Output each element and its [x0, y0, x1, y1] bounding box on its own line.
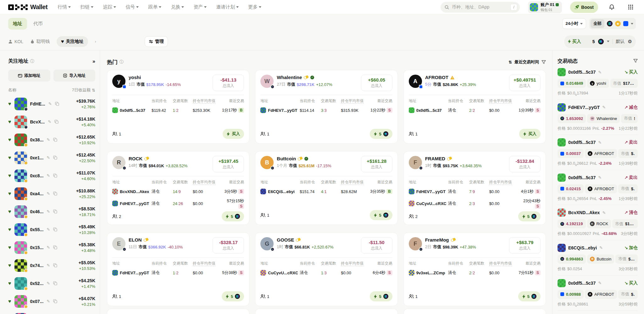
- favorite-heart-icon[interactable]: ♥: [8, 191, 11, 197]
- boost-button[interactable]: Boost: [570, 2, 598, 13]
- holder-address[interactable]: FdHEV7...yyGT: [112, 270, 150, 276]
- address-name[interactable]: 0x38...: [30, 137, 44, 142]
- copy-icon[interactable]: [53, 263, 57, 267]
- holder-address[interactable]: BcvXND...Akex: [112, 189, 150, 194]
- edit-pencil-icon[interactable]: ✎: [47, 263, 50, 268]
- trader-address[interactable]: BcvXND...Akex: [568, 210, 600, 215]
- edit-pencil-icon[interactable]: ✎: [47, 209, 50, 214]
- solana-coin-icon[interactable]: [598, 39, 604, 44]
- token-chip[interactable]: B Buttcoin: [587, 254, 614, 264]
- watchlist-row[interactable]: ♥ 0x46... ✎ +$8.53K +18.71%: [8, 203, 95, 220]
- address-name[interactable]: 0x07...: [30, 299, 44, 304]
- base-chain-icon[interactable]: [623, 21, 628, 26]
- favorite-heart-icon[interactable]: ♥: [8, 173, 11, 179]
- bnb-chain-icon[interactable]: ◆: [615, 21, 621, 26]
- copy-icon[interactable]: [53, 191, 57, 196]
- edit-pencil-icon[interactable]: ✎: [598, 281, 602, 285]
- holder-address[interactable]: E6CQiS...ebyi: [260, 189, 298, 194]
- card-buy-button[interactable]: 5: [370, 210, 392, 220]
- nav-item[interactable]: 资产: [193, 4, 207, 10]
- copy-icon[interactable]: [53, 209, 57, 214]
- info-icon[interactable]: ⓘ: [119, 59, 124, 65]
- trader-address[interactable]: 0x0df5...5c37: [568, 281, 596, 286]
- chevron-down-icon[interactable]: [607, 41, 609, 42]
- edit-pencil-icon[interactable]: ✎: [47, 173, 50, 178]
- chevron-down-icon[interactable]: [631, 23, 633, 25]
- tab-address[interactable]: 地址: [8, 18, 27, 30]
- nav-item[interactable]: 邀请计划: [216, 4, 239, 10]
- address-name[interactable]: 0x74...: [30, 263, 44, 268]
- token-card[interactable]: B Buttcoin ✓ 1个月: [255, 151, 397, 225]
- card-buy-button[interactable]: 5: [518, 211, 541, 221]
- address-name[interactable]: FdHE...: [30, 101, 45, 106]
- token-name[interactable]: Whalentine: [277, 75, 302, 80]
- address-name[interactable]: 0xc8...: [30, 173, 44, 178]
- watchlist-row[interactable]: ♥ 0xe1... ✎ +$12.45K +22.50%: [8, 149, 95, 167]
- quick-buy-amount[interactable]: 5: [592, 39, 595, 44]
- holder-address[interactable]: CuCyvU...cRXC: [409, 201, 446, 206]
- holder-address[interactable]: 0x0df5...5c37: [409, 107, 446, 113]
- token-name[interactable]: FRAMED: [425, 156, 445, 161]
- edit-pencil-icon[interactable]: ✎: [598, 175, 602, 180]
- holder-address[interactable]: FdHEV7...yyGT: [112, 201, 150, 206]
- copy-icon[interactable]: [54, 120, 58, 124]
- notifications-button[interactable]: [606, 2, 617, 13]
- token-name[interactable]: yoshi: [129, 75, 141, 80]
- address-name[interactable]: 0x46...: [30, 209, 44, 214]
- nav-item[interactable]: 追踪: [103, 4, 116, 10]
- address-name[interactable]: 0x15...: [30, 245, 44, 250]
- token-chip[interactable]: A AFROBOT: [585, 290, 617, 299]
- token-name[interactable]: AFROBOT: [425, 75, 448, 80]
- edit-pencil-icon[interactable]: ✎: [598, 70, 602, 75]
- feed-filter-button[interactable]: [633, 59, 638, 64]
- sort-icon[interactable]: ⇅: [508, 60, 512, 65]
- trader-address[interactable]: 0x0df5...5c37: [568, 140, 596, 145]
- nav-item[interactable]: 扫链: [80, 4, 93, 10]
- copy-icon[interactable]: [53, 299, 57, 303]
- watchlist-row[interactable]: ♥ 0xc8... ✎ +$11.07K +4.60%: [8, 167, 95, 185]
- card-buy-button[interactable]: 买入: [519, 129, 541, 139]
- trade-feed-item[interactable]: 0x0df5...5c37 ✎ ↗ 卖出 0.02415 A: [558, 170, 638, 205]
- token-chip[interactable]: A AFROBOT: [585, 149, 617, 158]
- watchlist-row[interactable]: ♥ 0x74... ✎ +$5.05K +10.53%: [8, 256, 95, 274]
- token-card[interactable]: R ROCK ✓ 14时 市值: [107, 151, 249, 225]
- token-chip[interactable]: W Whalentine: [587, 114, 620, 123]
- favorite-heart-icon[interactable]: ♥: [8, 245, 11, 250]
- filter-watchlist[interactable]: ♥ 关注地址: [57, 36, 88, 47]
- edit-pencil-icon[interactable]: ✎: [47, 155, 50, 160]
- watchlist-row[interactable]: ♥ 0x38... ✎ +$12.65K +10.92%: [8, 131, 95, 149]
- apps-menu-button[interactable]: [625, 2, 636, 13]
- collapse-sidebar-icon[interactable]: »: [92, 59, 95, 64]
- edit-pencil-icon[interactable]: ✎: [48, 101, 52, 106]
- token-card[interactable]: y yoshi ✓ 1日 市值: [107, 70, 249, 144]
- solana-chain-icon[interactable]: [607, 21, 613, 26]
- card-buy-button[interactable]: 5: [518, 291, 541, 301]
- favorite-heart-icon[interactable]: ♥: [8, 263, 11, 268]
- copy-icon[interactable]: [53, 156, 57, 160]
- watchlist-row[interactable]: ♥ FdHE... ✎ +$39.76K +2.76%: [8, 95, 95, 113]
- address-name[interactable]: 0x52...: [30, 281, 44, 286]
- token-chip[interactable]: y yoshi: [587, 79, 609, 88]
- filter-kol[interactable]: KOL: [8, 39, 23, 44]
- token-card[interactable]: G GOOSE ✓ 1时 市值: [255, 232, 397, 306]
- card-buy-button[interactable]: 5: [370, 129, 392, 139]
- favorite-heart-icon[interactable]: ♥: [8, 299, 11, 304]
- edit-pencil-icon[interactable]: ✎: [47, 245, 50, 250]
- nav-item[interactable]: 信号: [125, 4, 139, 10]
- add-address-button[interactable]: 添加地址: [8, 70, 50, 82]
- sort-label[interactable]: 最近交易时间: [514, 59, 539, 65]
- edit-pencil-icon[interactable]: ✎: [47, 227, 50, 232]
- trader-address[interactable]: FdHEV7...yyGT: [568, 105, 600, 110]
- search-input[interactable]: 币种、地址、DApp /: [441, 2, 520, 13]
- token-name[interactable]: ROCK: [129, 156, 142, 161]
- column-profit-sort[interactable]: 7日收益额 ⇅: [72, 87, 95, 93]
- favorite-heart-icon[interactable]: ♥: [8, 119, 11, 125]
- watchlist-row[interactable]: ♥ 0x52... ✎ +$4.25K +1.47%: [8, 274, 95, 292]
- tab-token[interactable]: 代币: [33, 21, 43, 27]
- trade-feed-item[interactable]: 0x0df5...5c37 ✎ ↘ 买入 0.00988 A: [558, 276, 638, 311]
- edit-pencil-icon[interactable]: ✎: [602, 105, 606, 110]
- token-card[interactable]: A AFROBOT ✓ 5分 市: [403, 70, 546, 144]
- edit-pencil-icon[interactable]: ✎: [47, 137, 50, 142]
- copy-icon[interactable]: [53, 174, 57, 178]
- okx-wallet-logo[interactable]: Wallet: [8, 3, 47, 11]
